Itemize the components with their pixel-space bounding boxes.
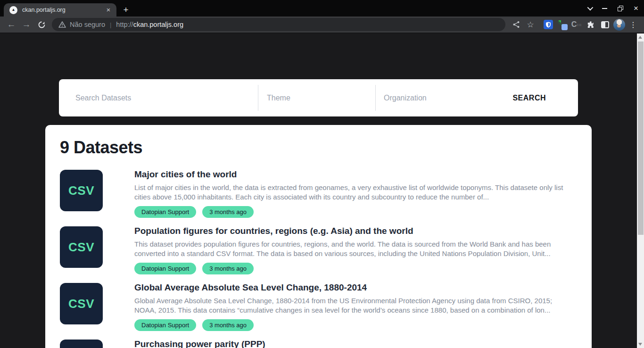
- dataset-search-bar: SEARCH: [59, 79, 578, 116]
- dataset-description: List of major cities in the world, the d…: [134, 183, 576, 202]
- url-host: ckan.portaljs.org: [133, 21, 183, 28]
- dataset-title[interactable]: Global Average Absolute Sea Level Change…: [134, 282, 576, 293]
- toolbar-icons: ☆ C::: ⋮: [509, 18, 640, 31]
- org-tag[interactable]: Datopian Support: [134, 319, 196, 331]
- tab-search-chevron-icon[interactable]: [587, 6, 592, 10]
- tab-title: ckan.portaljs.org: [22, 7, 104, 13]
- bookmark-star-icon[interactable]: ☆: [523, 18, 537, 31]
- organization-field[interactable]: [375, 85, 503, 111]
- search-datasets-field[interactable]: [59, 79, 258, 116]
- profile-avatar[interactable]: [612, 18, 626, 31]
- puzzle-icon: [586, 20, 595, 29]
- scrollbar-down-arrow-icon[interactable]: [638, 343, 642, 346]
- window-controls: ×: [587, 0, 641, 17]
- url-scheme: http://: [116, 21, 133, 28]
- bitwarden-extension-icon[interactable]: [541, 18, 555, 31]
- browser-tab[interactable]: ▲ ckan.portaljs.org ×: [4, 3, 116, 17]
- new-tab-button[interactable]: +: [120, 4, 132, 16]
- colorzilla-extension-icon[interactable]: C:::: [570, 18, 584, 31]
- eyedropper-extension-icon[interactable]: [555, 18, 570, 31]
- side-panel-icon[interactable]: [598, 18, 612, 31]
- search-datasets-input[interactable]: [75, 94, 250, 102]
- results-card: 9 Datasets CSV Major cities of the world…: [45, 125, 592, 348]
- dataset-description: Global Average Absolute Sea Level Change…: [134, 296, 576, 315]
- address-bar[interactable]: Não seguro | http://ckan.portaljs.org: [52, 18, 505, 31]
- tab-strip: ▲ ckan.portaljs.org × + ×: [0, 0, 644, 17]
- tab-close-icon[interactable]: ×: [104, 6, 113, 14]
- dataset-title[interactable]: Major cities of the world: [134, 169, 576, 180]
- dataset-description: This dataset provides population figures…: [134, 240, 576, 258]
- dataset-tags: Datopian Support 3 months ago: [134, 206, 576, 218]
- forward-button[interactable]: →: [20, 18, 33, 31]
- reload-icon: [38, 21, 46, 29]
- org-tag[interactable]: Datopian Support: [134, 263, 196, 274]
- theme-input[interactable]: [267, 94, 368, 102]
- csv-format-badge: CSV: [60, 226, 103, 268]
- results-count-heading: 9 Datasets: [60, 137, 576, 158]
- not-secure-warning-icon: [58, 21, 66, 28]
- minimize-button[interactable]: [602, 8, 607, 9]
- org-tag[interactable]: Datopian Support: [134, 206, 196, 218]
- shield-icon: [545, 22, 551, 28]
- share-button[interactable]: [509, 18, 523, 31]
- updated-tag[interactable]: 3 months ago: [202, 319, 254, 331]
- dataset-row[interactable]: CSV Major cities of the world List of ma…: [60, 170, 576, 211]
- dataset-title[interactable]: Purchasing power parity (PPP): [134, 339, 576, 348]
- share-icon: [512, 21, 520, 28]
- dataset-row[interactable]: CSV Purchasing power parity (PPP): [60, 340, 576, 348]
- organization-input[interactable]: [384, 94, 495, 102]
- theme-field[interactable]: [258, 85, 375, 111]
- csv-format-badge: CSV: [60, 283, 103, 324]
- browser-toolbar: ← → Não seguro | http://ckan.portaljs.or…: [0, 17, 644, 33]
- scrollbar-thumb[interactable]: [638, 41, 644, 235]
- search-button[interactable]: SEARCH: [503, 79, 578, 116]
- address-separator: |: [110, 21, 111, 28]
- page-content: SEARCH 9 Datasets CSV Major cities of th…: [0, 33, 644, 348]
- dataset-tags: Datopian Support 3 months ago: [134, 319, 576, 331]
- restore-button[interactable]: [618, 6, 623, 11]
- updated-tag[interactable]: 3 months ago: [202, 206, 254, 218]
- browser-menu-icon[interactable]: ⋮: [626, 18, 640, 31]
- page-scrollbar[interactable]: [637, 33, 644, 348]
- csv-format-badge: CSV: [60, 170, 103, 211]
- reload-button[interactable]: [35, 18, 48, 31]
- dataset-tags: Datopian Support 3 months ago: [134, 263, 576, 274]
- security-label: Não seguro: [70, 21, 105, 28]
- browser-window: ▲ ckan.portaljs.org × + × ← →: [0, 0, 644, 348]
- window-close-button[interactable]: ×: [634, 4, 638, 12]
- dataset-row[interactable]: CSV Population figures for countries, re…: [60, 226, 576, 268]
- site-favicon-icon: ▲: [9, 6, 17, 14]
- extensions-puzzle-icon[interactable]: [584, 18, 598, 31]
- updated-tag[interactable]: 3 months ago: [202, 263, 254, 274]
- dataset-row[interactable]: CSV Global Average Absolute Sea Level Ch…: [60, 283, 576, 324]
- dataset-title[interactable]: Population figures for countries, region…: [134, 225, 576, 237]
- dataset-list: CSV Major cities of the world List of ma…: [60, 170, 576, 348]
- csv-format-badge: CSV: [60, 340, 103, 348]
- back-button[interactable]: ←: [5, 18, 18, 31]
- scrollbar-up-arrow-icon[interactable]: [638, 36, 642, 39]
